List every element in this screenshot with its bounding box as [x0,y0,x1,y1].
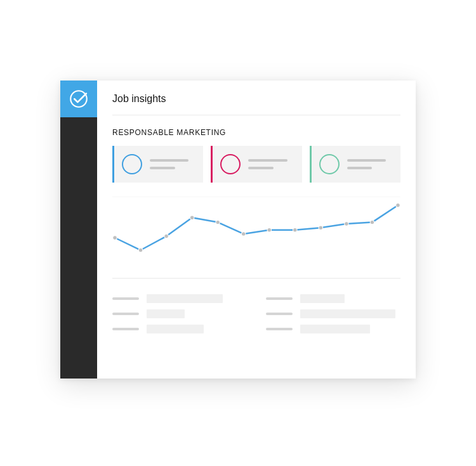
app-window: Job insights RESPONSABLE MARKETING [60,81,416,379]
detail-row [266,309,400,318]
detail-row [266,325,400,333]
section-title: RESPONSABLE MARKETING [112,128,400,137]
svg-point-0 [70,91,87,107]
detail-row [112,309,247,318]
checkmark-circle-icon [68,88,89,110]
details-col-right [266,294,400,333]
details-col-left [112,294,247,333]
svg-point-3 [113,236,117,240]
stat-placeholder-text [347,159,393,169]
detail-row [266,294,400,303]
svg-point-6 [190,216,194,219]
main-content: Job insights RESPONSABLE MARKETING [97,81,416,379]
detail-value-placeholder [147,309,185,318]
svg-point-13 [370,220,374,224]
circle-icon [122,154,142,174]
placeholder-line [248,167,274,169]
page-title: Job insights [112,93,400,105]
details-grid [112,294,400,333]
detail-row [112,325,247,333]
svg-point-11 [319,226,322,230]
detail-label-placeholder [266,313,293,315]
stat-placeholder-text [248,159,294,169]
circle-icon [220,154,241,174]
sidebar [60,81,97,379]
detail-label-placeholder [266,297,293,300]
svg-point-14 [396,204,400,207]
detail-row [112,294,247,303]
svg-point-4 [138,248,142,252]
detail-label-placeholder [112,328,139,330]
placeholder-line [150,159,188,162]
detail-value-placeholder [300,325,370,333]
svg-point-8 [242,232,246,236]
circle-icon [319,154,340,174]
stat-accent [211,146,213,183]
stat-accent [112,146,114,183]
line-chart-svg [112,197,400,279]
svg-point-9 [267,228,271,232]
placeholder-line [248,159,287,162]
svg-point-5 [164,234,168,238]
stat-accent [310,146,312,183]
stat-placeholder-text [150,159,195,169]
svg-point-12 [345,222,348,226]
detail-value-placeholder [300,294,345,303]
placeholder-line [347,167,373,169]
stat-card-3[interactable] [310,146,400,183]
stat-card-1[interactable] [112,146,203,183]
detail-value-placeholder [300,309,395,318]
trend-chart [112,197,400,279]
detail-value-placeholder [147,294,223,303]
app-logo[interactable] [60,81,97,117]
svg-point-10 [293,228,297,232]
detail-label-placeholder [112,313,139,315]
placeholder-line [150,167,175,169]
svg-point-7 [216,220,220,224]
detail-label-placeholder [112,297,139,300]
stat-card-2[interactable] [211,146,301,183]
detail-value-placeholder [147,325,204,333]
placeholder-line [347,159,386,162]
detail-label-placeholder [266,328,293,330]
stat-cards-row [112,146,400,183]
divider [112,115,400,115]
